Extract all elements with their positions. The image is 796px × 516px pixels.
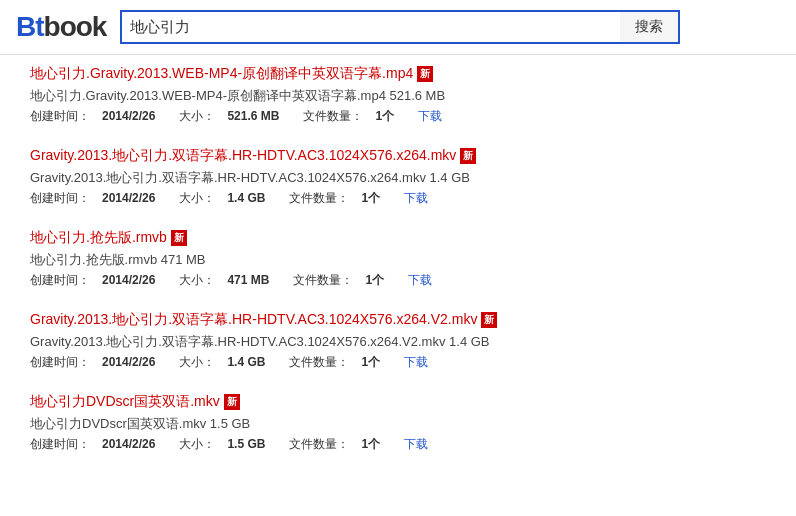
- result-title-4: Gravity.2013.地心引力.双语字幕.HR-HDTV.AC3.1024X…: [30, 311, 766, 329]
- result-download-5[interactable]: 下载: [404, 437, 428, 451]
- result-title-3: 地心引力.抢先版.rmvb新: [30, 229, 766, 247]
- result-meta-4: 创建时间：2014/2/26大小：1.4 GB文件数量：1个下载: [30, 354, 766, 371]
- result-download-4[interactable]: 下载: [404, 355, 428, 369]
- result-desc-2: Gravity.2013.地心引力.双语字幕.HR-HDTV.AC3.1024X…: [30, 169, 766, 187]
- result-size-4: 大小：1.4 GB: [179, 355, 277, 369]
- result-size-2: 大小：1.4 GB: [179, 191, 277, 205]
- download-link-3[interactable]: 下载: [408, 273, 432, 287]
- result-link-5[interactable]: 地心引力DVDscr国英双语.mkv: [30, 393, 220, 411]
- result-download-1[interactable]: 下载: [418, 109, 442, 123]
- result-link-4[interactable]: Gravity.2013.地心引力.双语字幕.HR-HDTV.AC3.1024X…: [30, 311, 477, 329]
- result-date-4: 创建时间：2014/2/26: [30, 355, 167, 369]
- search-input[interactable]: [120, 10, 620, 44]
- result-date-5: 创建时间：2014/2/26: [30, 437, 167, 451]
- result-desc-3: 地心引力.抢先版.rmvb 471 MB: [30, 251, 766, 269]
- result-title-5: 地心引力DVDscr国英双语.mkv新: [30, 393, 766, 411]
- result-size-5: 大小：1.5 GB: [179, 437, 277, 451]
- search-button[interactable]: 搜索: [620, 10, 680, 44]
- result-meta-5: 创建时间：2014/2/26大小：1.5 GB文件数量：1个下载: [30, 436, 766, 453]
- logo: Btbook: [16, 11, 106, 43]
- result-desc-4: Gravity.2013.地心引力.双语字幕.HR-HDTV.AC3.1024X…: [30, 333, 766, 351]
- result-count-4: 文件数量：1个: [289, 355, 392, 369]
- result-date-2: 创建时间：2014/2/26: [30, 191, 167, 205]
- download-link-5[interactable]: 下载: [404, 437, 428, 451]
- result-date-1: 创建时间：2014/2/26: [30, 109, 167, 123]
- new-badge-1: 新: [417, 66, 433, 82]
- result-link-3[interactable]: 地心引力.抢先版.rmvb: [30, 229, 167, 247]
- new-badge-2: 新: [460, 148, 476, 164]
- result-title-1: 地心引力.Gravity.2013.WEB-MP4-原创翻译中英双语字幕.mp4…: [30, 65, 766, 83]
- download-link-2[interactable]: 下载: [404, 191, 428, 205]
- result-meta-1: 创建时间：2014/2/26大小：521.6 MB文件数量：1个下载: [30, 108, 766, 125]
- result-item-5: 地心引力DVDscr国英双语.mkv新地心引力DVDscr国英双语.mkv 1.…: [30, 393, 766, 457]
- result-meta-2: 创建时间：2014/2/26大小：1.4 GB文件数量：1个下载: [30, 190, 766, 207]
- download-link-4[interactable]: 下载: [404, 355, 428, 369]
- result-download-3[interactable]: 下载: [408, 273, 432, 287]
- results-container: 地心引力.Gravity.2013.WEB-MP4-原创翻译中英双语字幕.mp4…: [0, 55, 796, 485]
- result-size-3: 大小：471 MB: [179, 273, 281, 287]
- result-count-1: 文件数量：1个: [303, 109, 406, 123]
- result-meta-3: 创建时间：2014/2/26大小：471 MB文件数量：1个下载: [30, 272, 766, 289]
- download-link-1[interactable]: 下载: [418, 109, 442, 123]
- result-link-2[interactable]: Gravity.2013.地心引力.双语字幕.HR-HDTV.AC3.1024X…: [30, 147, 456, 165]
- search-box: 搜索: [120, 10, 680, 44]
- result-desc-1: 地心引力.Gravity.2013.WEB-MP4-原创翻译中英双语字幕.mp4…: [30, 87, 766, 105]
- result-count-2: 文件数量：1个: [289, 191, 392, 205]
- logo-bt: Bt: [16, 11, 44, 42]
- result-count-3: 文件数量：1个: [293, 273, 396, 287]
- result-link-1[interactable]: 地心引力.Gravity.2013.WEB-MP4-原创翻译中英双语字幕.mp4: [30, 65, 413, 83]
- result-download-2[interactable]: 下载: [404, 191, 428, 205]
- result-item-2: Gravity.2013.地心引力.双语字幕.HR-HDTV.AC3.1024X…: [30, 147, 766, 211]
- result-desc-5: 地心引力DVDscr国英双语.mkv 1.5 GB: [30, 415, 766, 433]
- result-item-3: 地心引力.抢先版.rmvb新地心引力.抢先版.rmvb 471 MB创建时间：2…: [30, 229, 766, 293]
- result-title-2: Gravity.2013.地心引力.双语字幕.HR-HDTV.AC3.1024X…: [30, 147, 766, 165]
- result-count-5: 文件数量：1个: [289, 437, 392, 451]
- result-date-3: 创建时间：2014/2/26: [30, 273, 167, 287]
- header: Btbook 搜索: [0, 0, 796, 55]
- new-badge-3: 新: [171, 230, 187, 246]
- new-badge-5: 新: [224, 394, 240, 410]
- result-item-1: 地心引力.Gravity.2013.WEB-MP4-原创翻译中英双语字幕.mp4…: [30, 65, 766, 129]
- result-size-1: 大小：521.6 MB: [179, 109, 291, 123]
- logo-book: book: [44, 11, 107, 42]
- new-badge-4: 新: [481, 312, 497, 328]
- result-item-4: Gravity.2013.地心引力.双语字幕.HR-HDTV.AC3.1024X…: [30, 311, 766, 375]
